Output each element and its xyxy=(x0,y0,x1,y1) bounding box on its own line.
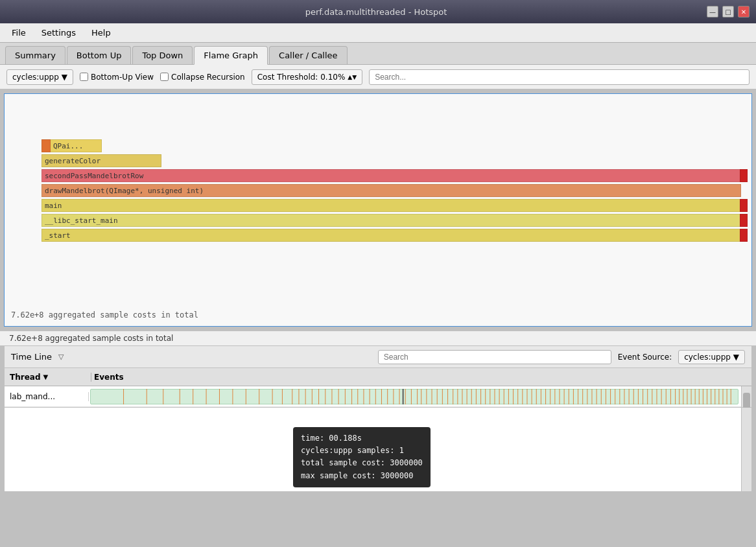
svg-rect-16 xyxy=(318,389,319,404)
svg-rect-17 xyxy=(325,389,325,404)
svg-rect-7 xyxy=(232,389,233,404)
timeline-filter-icon[interactable]: ▽ xyxy=(58,353,64,361)
collapse-recursion-checkbox[interactable] xyxy=(160,73,169,81)
svg-rect-32 xyxy=(417,389,418,404)
events-cell[interactable] xyxy=(89,388,751,406)
svg-rect-21 xyxy=(351,389,352,404)
flame-block-draw-mandelbrot[interactable]: drawMandelbrot(QImage*, unsigned int) xyxy=(41,184,741,197)
svg-rect-2 xyxy=(163,389,163,404)
svg-rect-18 xyxy=(331,389,332,404)
flame-block-start[interactable]: _start xyxy=(41,229,741,242)
thread-name-cell: lab_mand... xyxy=(5,392,89,401)
svg-rect-62 xyxy=(559,389,560,404)
thread-col-header[interactable]: Thread ▼ xyxy=(7,373,91,382)
svg-rect-88 xyxy=(679,389,679,404)
menu-help[interactable]: Help xyxy=(85,25,117,40)
svg-rect-99 xyxy=(723,389,724,404)
cost-threshold-control[interactable]: Cost Threshold: 0.10% ▲▼ xyxy=(252,69,362,85)
flame-block-libc[interactable]: __libc_start_main xyxy=(41,214,741,227)
svg-rect-78 xyxy=(633,389,634,404)
bottom-up-view-checkbox[interactable] xyxy=(80,73,88,81)
svg-rect-59 xyxy=(545,389,546,404)
svg-rect-26 xyxy=(381,389,382,404)
collapse-recursion-checkbox-label[interactable]: Collapse Recursion xyxy=(160,73,245,82)
svg-rect-4 xyxy=(193,389,193,404)
svg-rect-9 xyxy=(259,389,259,404)
flame-block-small1[interactable] xyxy=(41,139,51,152)
close-button[interactable]: ✕ xyxy=(738,6,750,17)
svg-rect-84 xyxy=(661,389,662,404)
svg-rect-66 xyxy=(578,389,578,404)
tooltip-total-cost: total sample cost: 3000000 xyxy=(301,457,423,469)
maximize-button[interactable]: □ xyxy=(722,6,734,17)
svg-rect-95 xyxy=(707,389,707,404)
event-tooltip: time: 00.188s cycles:uppp samples: 1 tot… xyxy=(293,427,431,487)
title-bar-controls: — □ ✕ xyxy=(707,6,750,17)
svg-rect-91 xyxy=(691,389,692,404)
svg-rect-65 xyxy=(573,389,574,404)
svg-rect-82 xyxy=(652,389,652,404)
thread-sort-icon: ▼ xyxy=(43,373,48,380)
menu-settings[interactable]: Settings xyxy=(35,25,82,40)
thread-table: Thread ▼ Events lab_mand... xyxy=(4,367,752,408)
svg-rect-11 xyxy=(282,389,283,404)
svg-rect-69 xyxy=(591,389,592,404)
svg-rect-74 xyxy=(615,389,615,404)
svg-rect-36 xyxy=(437,389,438,404)
svg-rect-97 xyxy=(715,389,715,404)
svg-rect-37 xyxy=(442,389,443,404)
svg-rect-79 xyxy=(638,389,639,404)
tooltip-max-cost: max sample cost: 3000000 xyxy=(301,470,423,482)
title-bar-text: perf.data.multithreaded - Hotspot xyxy=(45,7,707,17)
svg-rect-33 xyxy=(421,389,421,404)
svg-rect-86 xyxy=(670,389,671,404)
svg-rect-42 xyxy=(467,389,467,404)
svg-rect-38 xyxy=(447,389,448,404)
tab-top-down[interactable]: Top Down xyxy=(132,46,193,64)
event-source-dropdown[interactable]: cycles:uppp ▼ xyxy=(6,69,73,85)
svg-rect-27 xyxy=(387,389,388,404)
tab-summary[interactable]: Summary xyxy=(5,46,65,64)
svg-rect-61 xyxy=(554,389,555,404)
svg-rect-6 xyxy=(219,389,220,404)
tooltip-samples: cycles:uppp samples: 1 xyxy=(301,445,423,457)
svg-rect-20 xyxy=(345,389,346,404)
events-col-header: Events xyxy=(91,373,749,382)
vertical-scrollbar[interactable] xyxy=(741,386,751,407)
svg-rect-30 xyxy=(405,389,406,404)
svg-rect-76 xyxy=(624,389,624,404)
tab-bottom-up[interactable]: Bottom Up xyxy=(67,46,132,64)
svg-rect-94 xyxy=(703,389,703,404)
timeline-search-input[interactable] xyxy=(378,350,611,364)
svg-rect-35 xyxy=(432,389,432,404)
flame-block-generate-color[interactable]: generateColor xyxy=(41,154,161,167)
tab-flame-graph[interactable]: Flame Graph xyxy=(194,46,268,65)
svg-rect-98 xyxy=(718,389,719,404)
svg-rect-63 xyxy=(564,389,565,404)
flame-block-main[interactable]: main xyxy=(41,199,741,212)
svg-rect-53 xyxy=(517,389,518,404)
svg-rect-87 xyxy=(675,389,676,404)
minimize-button[interactable]: — xyxy=(707,6,718,17)
svg-rect-92 xyxy=(695,389,696,404)
tab-caller-callee[interactable]: Caller / Callee xyxy=(269,46,348,64)
svg-rect-57 xyxy=(536,389,537,404)
menu-file[interactable]: File xyxy=(5,25,32,40)
title-bar: perf.data.multithreaded - Hotspot — □ ✕ xyxy=(0,0,756,23)
svg-rect-55 xyxy=(526,389,527,404)
svg-rect-40 xyxy=(457,389,458,404)
svg-rect-15 xyxy=(312,389,313,404)
tooltip-time: time: 00.188s xyxy=(301,432,423,445)
svg-rect-100 xyxy=(727,389,727,404)
bottom-up-view-checkbox-label[interactable]: Bottom-Up View xyxy=(80,73,154,82)
flame-block-qpai[interactable]: QPai... xyxy=(50,139,102,152)
svg-rect-46 xyxy=(485,389,486,404)
timeline-event-source-dropdown[interactable]: cycles:uppp ▼ xyxy=(678,350,745,364)
flame-area: QPai... generateColor secondPassMandelbr… xyxy=(5,94,751,326)
svg-rect-23 xyxy=(363,389,364,404)
svg-rect-8 xyxy=(246,389,246,404)
svg-rect-44 xyxy=(476,389,477,404)
search-input[interactable] xyxy=(369,69,750,85)
flame-graph-status-bar: 7.62e+8 aggregated sample costs in total xyxy=(0,331,756,345)
flame-block-second-pass[interactable]: secondPassMandelbrotRow xyxy=(41,169,741,182)
